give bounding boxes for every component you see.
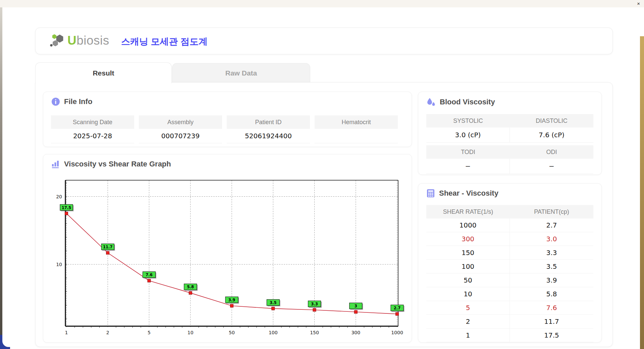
svg-text:10: 10: [187, 330, 194, 335]
bv-value: 7.6 (cP): [510, 128, 593, 143]
field-value: 000707239: [139, 129, 222, 143]
bv-row-group: SYSTOLICDIASTOLIC3.0 (cP)7.6 (cP): [426, 114, 593, 143]
svg-text:10: 10: [56, 262, 62, 267]
shear-viscosity-title: Shear - Viscosity: [426, 189, 498, 198]
field-value: 2025-07-28: [51, 129, 134, 143]
field-label: Hematocrit: [315, 115, 398, 129]
file-info-field: Assembly000707239: [139, 115, 222, 143]
table-row: 10002.7: [426, 218, 593, 232]
field-label: Assembly: [139, 115, 222, 129]
shear-rate-cell: 5: [426, 301, 510, 314]
bv-value: 3.0 (cP): [426, 128, 510, 143]
section-title: File Info: [64, 97, 92, 106]
svg-text:100: 100: [269, 330, 278, 335]
table-row: 1503.3: [426, 246, 593, 260]
app-title-korean: 스캐닝 모세관 점도계: [121, 36, 208, 48]
shear-rate-column-header: SHEAR RATE(1/s): [426, 205, 510, 218]
file-info-field: Hematocrit: [315, 115, 398, 143]
app-window: { "window": { "close": "×" }, "header": …: [0, 0, 644, 349]
shear-rate-cell: 1: [426, 329, 510, 342]
file-info-field: Scanning Date2025-07-28: [51, 115, 134, 143]
bv-label: ODI: [510, 145, 593, 159]
svg-text:50: 50: [229, 330, 235, 335]
patient-cell: 7.6: [510, 301, 593, 314]
tab-raw-data[interactable]: Raw Data: [172, 63, 310, 83]
content-panel: File Info Scanning Date2025-07-28Assembl…: [35, 82, 613, 347]
patient-cell: 3.0: [510, 232, 593, 246]
bv-row-group: TODIODI−−: [426, 145, 593, 174]
shear-table-header: SHEAR RATE(1/s) PATIENT(cp): [426, 205, 593, 218]
patient-cell: 17.5: [510, 329, 593, 342]
patient-cell: 3.3: [510, 246, 593, 259]
svg-text:3.9: 3.9: [228, 298, 235, 302]
table-row: 57.6: [426, 301, 593, 315]
file-info-title: File Info: [51, 97, 92, 106]
shear-rate-cell: 300: [426, 232, 510, 246]
patient-cell: 5.8: [510, 287, 593, 301]
graph-card: Viscosity vs Shear Rate Graph 1251050100…: [43, 154, 412, 343]
blood-viscosity-card: Blood Viscosity SYSTOLICDIASTOLIC3.0 (cP…: [418, 92, 602, 175]
svg-text:5: 5: [148, 330, 151, 335]
patient-cell: 11.7: [510, 315, 593, 328]
svg-text:5.8: 5.8: [187, 285, 194, 289]
svg-text:3: 3: [355, 304, 357, 308]
file-info-field: Patient ID52061924400: [227, 115, 310, 143]
patient-cell: 2.7: [510, 218, 593, 232]
svg-text:1000: 1000: [391, 330, 403, 335]
brand-name: Ubiosis: [67, 34, 109, 48]
field-value: [315, 129, 398, 143]
blood-viscosity-title: Blood Viscosity: [426, 97, 495, 107]
svg-text:2.7: 2.7: [394, 306, 400, 310]
shear-rate-cell: 2: [426, 315, 510, 328]
shear-rate-cell: 150: [426, 246, 510, 259]
svg-text:150: 150: [310, 330, 319, 335]
table-row: 503.9: [426, 273, 593, 287]
header-card: Ubiosis 스캐닝 모세관 점도계: [35, 28, 613, 54]
ubiosis-logo: Ubiosis: [50, 33, 109, 48]
section-title: Shear - Viscosity: [439, 189, 498, 198]
table-row: 211.7: [426, 315, 593, 329]
close-icon[interactable]: ×: [637, 1, 640, 7]
info-icon: [51, 97, 60, 106]
svg-text:2: 2: [106, 330, 109, 335]
shear-viscosity-card: Shear - Viscosity SHEAR RATE(1/s) PATIEN…: [418, 183, 602, 343]
viscosity-chart: 12510501001503001000201017.511.77.65.83.…: [43, 154, 412, 342]
field-value: 52061924400: [227, 129, 310, 143]
shear-rate-cell: 100: [426, 260, 510, 273]
patient-cell: 3.5: [510, 260, 593, 273]
shear-rate-cell: 50: [426, 273, 510, 287]
bv-value: −: [510, 159, 593, 174]
section-title: Blood Viscosity: [440, 98, 495, 106]
svg-text:7.6: 7.6: [146, 272, 152, 277]
shear-table-body: 10002.73003.01503.31003.5503.9105.857.62…: [426, 218, 593, 342]
tab-result[interactable]: Result: [35, 62, 172, 83]
water-drops-icon: [426, 97, 436, 107]
field-label: Scanning Date: [51, 115, 134, 129]
bv-label: DIASTOLIC: [510, 114, 593, 128]
svg-text:1: 1: [65, 330, 68, 335]
shear-rate-cell: 1000: [426, 218, 510, 232]
desktop-edge-right: [640, 36, 644, 349]
svg-text:17.5: 17.5: [62, 205, 71, 210]
patient-cell: 3.9: [510, 273, 593, 287]
file-info-card: File Info Scanning Date2025-07-28Assembl…: [43, 92, 412, 147]
hexagon-cluster-icon: [50, 33, 66, 48]
bv-value: −: [426, 159, 510, 174]
blood-viscosity-tables: SYSTOLICDIASTOLIC3.0 (cP)7.6 (cP)TODIODI…: [426, 114, 593, 174]
bv-label: SYSTOLIC: [426, 114, 510, 128]
table-row: 105.8: [426, 287, 593, 301]
shear-rate-cell: 10: [426, 287, 510, 301]
table-row: 1003.5: [426, 260, 593, 273]
svg-text:3.5: 3.5: [270, 300, 276, 305]
table-row: 117.5: [426, 329, 593, 342]
bv-label: TODI: [426, 145, 510, 159]
window-titlebar: ×: [0, 0, 644, 7]
patient-column-header: PATIENT(cp): [510, 205, 593, 218]
table-icon: [426, 189, 435, 198]
desktop-edge-left: [0, 7, 2, 349]
field-label: Patient ID: [227, 115, 310, 129]
file-info-fields: Scanning Date2025-07-28Assembly000707239…: [51, 115, 398, 143]
brand-rest: biosis: [76, 34, 109, 47]
svg-text:11.7: 11.7: [103, 245, 112, 249]
brand-letter-u: U: [67, 34, 76, 47]
